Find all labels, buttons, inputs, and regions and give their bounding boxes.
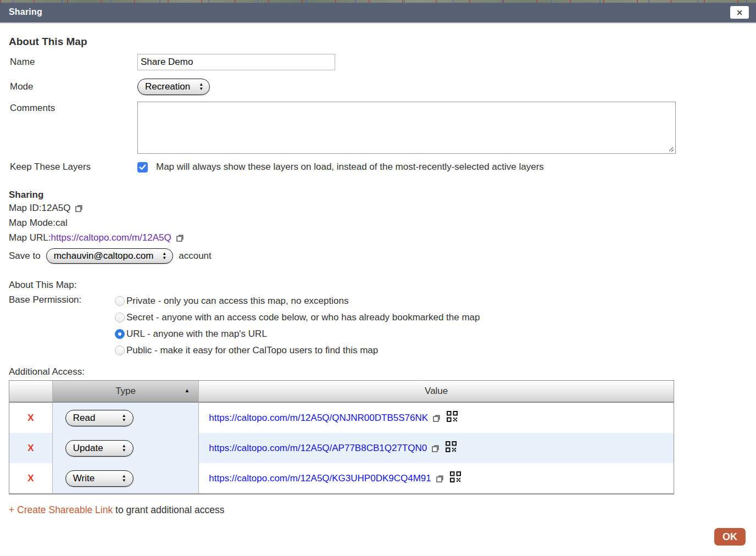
radio-group: Private - only you can access this map, … [115,293,480,359]
access-type-select[interactable]: Write ▲ ▼ [65,470,134,487]
radio-secret[interactable] [115,313,125,323]
delete-column-header [9,381,52,403]
mode-select[interactable]: Recreation ▲ ▼ [137,79,210,95]
keep-layers-row: Keep These Layers Map will always show t… [9,162,747,173]
save-to-account-value: mchauvin@caltopo.com [54,251,154,262]
additional-access-heading: Additional Access: [9,366,747,377]
copy-map-url-icon[interactable] [175,233,185,242]
delete-row-button[interactable]: X [9,403,52,433]
checkmark-icon [139,164,146,170]
mode-select-value: Recreation [145,81,190,92]
sharing-heading: Sharing [9,190,747,201]
save-to-row: Save to mchauvin@caltopo.com ▲ ▼ account [9,248,747,264]
resize-grip-icon[interactable] [668,146,674,152]
value-header-label: Value [425,386,448,396]
name-input[interactable] [137,54,335,70]
keep-layers-checkbox[interactable] [137,162,148,173]
qr-code-icon[interactable] [446,441,457,452]
dialog-titlebar: Sharing ✕ [0,3,756,24]
save-to-account-select[interactable]: mchauvin@caltopo.com ▲ ▼ [46,248,174,264]
value-column-header[interactable]: Value [198,381,674,403]
delete-row-button[interactable]: X [9,433,52,463]
select-arrows-icon: ▲ ▼ [199,82,203,91]
arrow-down-icon: ▼ [162,256,166,260]
close-button[interactable]: ✕ [730,6,749,19]
name-row: Name [9,54,747,70]
map-url-line: Map URL:https://caltopo.com/m/12A5Q [9,230,747,245]
table-row: X Update ▲ ▼ https://caltopo.com/m/12A5Q… [9,433,674,463]
value-cell: https://caltopo.com/m/12A5Q/AP77B8CB1Q27… [198,433,674,463]
select-arrows-icon: ▲ ▼ [162,252,166,260]
access-type-select[interactable]: Read ▲ ▼ [65,410,134,426]
access-type-value: Read [73,413,96,424]
radio-url-label: URL - anyone with the map's URL [126,329,267,340]
arrow-down-icon: ▼ [199,87,203,91]
keep-layers-description: Map will always show these layers on loa… [156,162,544,173]
map-url-link[interactable]: https://caltopo.com/m/12A5Q [51,230,171,245]
create-link-suffix: to grant additional access [113,504,224,515]
arrow-down-icon: ▼ [122,479,126,483]
comments-textarea[interactable] [137,102,676,154]
radio-private-label: Private - only you can access this map, … [126,296,348,307]
access-type-select[interactable]: Update ▲ ▼ [65,440,134,457]
permission-option-public: Public - make it easy for other CalTopo … [115,342,480,359]
map-mode-line: Map Mode:cal [9,215,747,230]
map-url-label: Map URL: [9,230,51,245]
mode-label: Mode [9,81,137,92]
radio-url[interactable] [115,329,125,339]
comments-row: Comments [9,102,747,154]
create-shareable-link[interactable]: + Create Shareable Link [9,504,113,515]
radio-public-label: Public - make it easy for other CalTopo … [126,345,378,356]
delete-row-button[interactable]: X [9,463,52,493]
close-icon: ✕ [736,9,743,16]
share-url-link[interactable]: https://caltopo.com/m/12A5Q/AP77B8CB1Q27… [209,443,427,454]
share-url-link[interactable]: https://caltopo.com/m/12A5Q/KG3UHP0DK9CQ… [209,473,431,484]
copy-share-url-icon[interactable] [435,474,444,483]
mode-row: Mode Recreation ▲ ▼ [9,79,747,95]
ok-button[interactable]: OK [714,528,746,546]
about-this-map-heading: About This Map [9,36,747,48]
type-header-label: Type [115,386,136,396]
access-type-value: Write [73,473,94,484]
qr-code-icon[interactable] [450,471,461,482]
sort-ascending-icon: ▲ [184,387,190,393]
value-cell: https://caltopo.com/m/12A5Q/KG3UHP0DK9CQ… [198,463,674,493]
select-arrows-icon: ▲ ▼ [122,414,126,422]
arrow-down-icon: ▼ [122,418,126,422]
dialog-body: About This Map Name Mode Recreation ▲ ▼ … [0,36,756,516]
map-id-label: Map ID: [9,201,42,215]
select-arrows-icon: ▲ ▼ [122,444,126,453]
map-mode-label: Map Mode: [9,215,55,230]
radio-public[interactable] [115,346,125,355]
keep-layers-label: Keep These Layers [9,162,137,173]
base-permission-block: Base Permission: Private - only you can … [9,293,747,359]
dialog-title: Sharing [9,7,42,17]
type-column-header[interactable]: Type ▲ [52,381,199,403]
permissions-heading: About This Map: [9,280,747,291]
access-type-value: Update [73,443,103,454]
permission-option-private: Private - only you can access this map, … [115,293,480,309]
base-permission-label: Base Permission: [9,293,115,359]
select-arrows-icon: ▲ ▼ [122,474,126,483]
copy-map-id-icon[interactable] [74,203,84,213]
share-url-link[interactable]: https://caltopo.com/m/12A5Q/QNJNR00DTB5S… [209,413,428,424]
name-label: Name [9,57,137,68]
copy-share-url-icon[interactable] [431,443,440,453]
table-row: X Write ▲ ▼ https://caltopo.com/m/12A5Q/… [9,463,674,493]
create-shareable-link-line: + Create Shareable Link to grant additio… [9,504,747,516]
save-to-suffix: account [179,251,212,262]
map-id-line: Map ID:12A5Q [9,201,747,215]
comments-label: Comments [9,102,137,114]
additional-access-table: Type ▲ Value X Read ▲ ▼ https:// [9,380,674,494]
type-cell: Read ▲ ▼ [52,403,199,433]
table-header-row: Type ▲ Value [9,381,674,403]
arrow-down-icon: ▼ [122,448,126,453]
table-row: X Read ▲ ▼ https://caltopo.com/m/12A5Q/Q… [9,403,674,433]
value-cell: https://caltopo.com/m/12A5Q/QNJNR00DTB5S… [198,403,674,433]
radio-private[interactable] [115,296,125,306]
permission-option-url: URL - anyone with the map's URL [115,326,480,342]
map-id-value: 12A5Q [42,201,71,215]
map-mode-value: cal [55,215,68,230]
qr-code-icon[interactable] [447,411,458,422]
copy-share-url-icon[interactable] [432,413,441,422]
